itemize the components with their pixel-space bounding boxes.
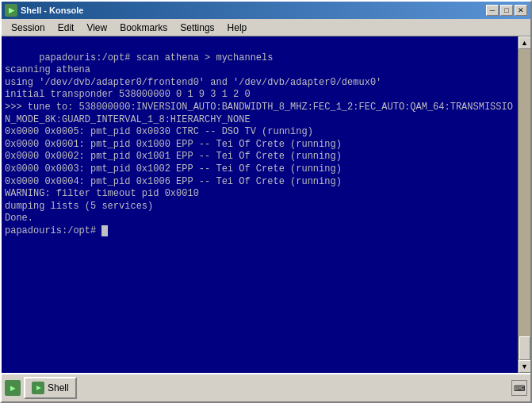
- terminal-container: papadouris:/opt# scan athena > mychannel…: [2, 36, 530, 373]
- title-bar-left: ▶ Shell - Konsole: [5, 4, 83, 17]
- taskbar-shell-button[interactable]: ▶ Shell: [24, 377, 77, 399]
- scrollbar: ▲ ▼: [518, 36, 530, 373]
- menu-help[interactable]: Help: [221, 21, 254, 35]
- menu-view[interactable]: View: [80, 21, 113, 35]
- taskbar-shell-icon: ▶: [32, 382, 44, 394]
- scroll-thumb[interactable]: [519, 336, 530, 360]
- main-window: ▶ Shell - Konsole ─ □ ✕ Session Edit Vie…: [0, 0, 532, 403]
- menu-bar: Session Edit View Bookmarks Settings Hel…: [2, 19, 530, 36]
- close-button[interactable]: ✕: [515, 5, 527, 16]
- menu-edit[interactable]: Edit: [52, 21, 81, 35]
- window-title: Shell - Konsole: [21, 6, 83, 15]
- scroll-down-button[interactable]: ▼: [519, 360, 531, 373]
- menu-settings[interactable]: Settings: [174, 21, 220, 35]
- terminal-cursor: [101, 225, 108, 236]
- title-bar: ▶ Shell - Konsole ─ □ ✕: [2, 2, 530, 19]
- title-buttons: ─ □ ✕: [486, 5, 527, 16]
- terminal-text: papadouris:/opt# scan athena > mychannel…: [5, 52, 513, 236]
- menu-bookmarks[interactable]: Bookmarks: [113, 21, 174, 35]
- app-icon: ▶: [5, 4, 17, 17]
- minimize-button[interactable]: ─: [486, 5, 499, 16]
- taskbar-shell-label: Shell: [48, 382, 69, 393]
- taskbar-end: ⌨: [511, 380, 527, 396]
- taskbar: ▶ ▶ Shell ⌨: [2, 373, 530, 401]
- scroll-track[interactable]: [519, 49, 530, 360]
- terminal-output[interactable]: papadouris:/opt# scan athena > mychannel…: [2, 36, 518, 373]
- menu-session[interactable]: Session: [5, 21, 52, 35]
- taskbar-app-icon: ▶: [5, 380, 21, 396]
- scroll-up-button[interactable]: ▲: [519, 36, 531, 49]
- maximize-button[interactable]: □: [500, 5, 513, 16]
